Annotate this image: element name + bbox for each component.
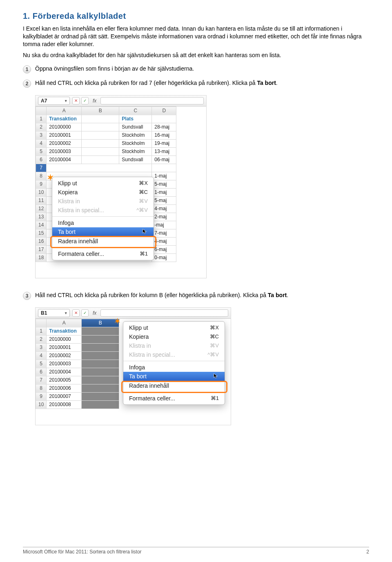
column-header-row: A B ✶: [36, 319, 119, 327]
menu-item-format-cells[interactable]: Formatera celler...⌘1: [52, 249, 154, 258]
step-text-1: Öppna övningsfilen som finns i början av…: [35, 65, 369, 73]
step-3-bold: Ta bort: [268, 292, 287, 298]
step-bullet-3: 3: [23, 292, 31, 300]
context-menu: Klipp ut⌘X Kopiera⌘C Klistra in⌘V Klistr…: [123, 321, 225, 405]
menu-item-cut[interactable]: Klipp ut⌘X: [123, 323, 225, 332]
step-2: 2 Håll ned CTRL och klicka på rubriken f…: [23, 79, 369, 88]
cancel-formula-button[interactable]: ✕: [72, 309, 80, 317]
col-header-A[interactable]: A: [47, 319, 82, 327]
menu-item-clear[interactable]: Radera innehåll: [123, 381, 225, 390]
menu-separator: [123, 361, 225, 361]
step-3-pre: Håll ned CTRL och klicka på rubriken för…: [35, 292, 268, 298]
menu-item-copy[interactable]: Kopiera⌘C: [52, 188, 154, 197]
confirm-formula-button[interactable]: ✓: [81, 309, 89, 317]
cell[interactable]: Transaktion: [47, 115, 82, 123]
menu-item-format-cells[interactable]: Formatera celler...⌘1: [123, 394, 225, 403]
formula-bar: B1 ▾ ✕ ✓ fx: [36, 308, 231, 319]
fx-label: fx: [91, 310, 98, 316]
column-header-row: A B C D: [36, 107, 176, 115]
table-row: 820100006: [36, 384, 119, 392]
step-3: 3 Håll ned CTRL och klicka på rubriken f…: [23, 291, 369, 300]
name-box-value: B1: [41, 310, 47, 316]
cell[interactable]: [152, 115, 176, 123]
table-row: 1Transaktion: [36, 327, 119, 335]
step-2-post: .: [276, 80, 278, 86]
formula-bar: A7 ▾ ✕ ✓ fx: [36, 96, 206, 107]
step-bullet-2: 2: [23, 80, 31, 88]
menu-item-paste[interactable]: Klistra in⌘V: [123, 341, 225, 350]
table-row: 320100001Stockholm16-maj: [36, 131, 176, 139]
table-row: 7: [36, 164, 176, 172]
menu-separator: [52, 247, 154, 248]
table-row: 220100000Sundsvall28-maj: [36, 123, 176, 131]
menu-item-paste-special[interactable]: Klistra in special...^⌘V: [123, 350, 225, 359]
table-row: 520100003: [36, 360, 119, 368]
confirm-formula-button[interactable]: ✓: [81, 97, 89, 104]
screenshot-column-delete: B1 ▾ ✕ ✓ fx A B ✶ 1Transaktion 220100000…: [35, 307, 231, 425]
table-row: 1020100008: [36, 400, 119, 409]
menu-item-delete[interactable]: Ta bort: [52, 227, 154, 237]
menu-separator: [52, 216, 154, 217]
table-row: 420100002: [36, 351, 119, 360]
col-header-B-selected[interactable]: B ✶: [82, 319, 119, 327]
menu-item-delete[interactable]: Ta bort: [123, 372, 225, 381]
menu-item-cut[interactable]: Klipp ut⌘X: [52, 179, 154, 188]
intro-paragraph-2: Nu ska du ordna kalkylbladet för den här…: [23, 51, 369, 59]
table-row: 620100004Sundsvall06-maj: [36, 155, 176, 164]
step-bullet-1: 1: [23, 65, 31, 73]
star-annotation-icon: ✶: [114, 317, 120, 326]
cancel-formula-button[interactable]: ✕: [72, 97, 80, 104]
page-footer: Microsoft Office för Mac 2011: Sortera o…: [23, 547, 369, 555]
name-box[interactable]: B1 ▾: [38, 309, 70, 317]
table-row: 1 Transaktion Plats: [36, 115, 176, 123]
col-header-C[interactable]: C: [119, 107, 152, 115]
footer-title: Microsoft Office för Mac 2011: Sortera o…: [23, 549, 142, 555]
formula-input[interactable]: [100, 97, 204, 104]
cell[interactable]: [82, 115, 119, 123]
row-header-selected[interactable]: 7: [36, 164, 47, 172]
menu-item-insert[interactable]: Infoga: [52, 218, 154, 227]
formula-input[interactable]: [100, 309, 228, 317]
page-title: 1. Förbereda kalkylbladet: [23, 11, 369, 21]
select-all-corner[interactable]: [36, 319, 47, 327]
step-2-bold: Ta bort: [257, 80, 276, 86]
intro-paragraph-1: I Excel kan en lista innehålla en eller …: [23, 25, 369, 48]
table-row: 520100003Stockholm13-maj: [36, 147, 176, 155]
step-3-post: .: [287, 292, 288, 298]
chevron-down-icon: ▾: [65, 99, 67, 103]
menu-item-clear[interactable]: Radera innehåll: [52, 237, 154, 246]
table-row: 420100002Stockholm19-maj: [36, 139, 176, 147]
table-row: 220100000: [36, 335, 119, 343]
menu-item-paste[interactable]: Klistra in⌘V: [52, 197, 154, 206]
step-text-3: Håll ned CTRL och klicka på rubriken för…: [35, 291, 369, 299]
name-box[interactable]: A7 ▾: [38, 97, 70, 105]
spreadsheet-grid-2[interactable]: A B ✶ 1Transaktion 220100000 320100001 4…: [36, 319, 119, 409]
chevron-down-icon: ▾: [65, 311, 67, 315]
table-row: 320100001: [36, 343, 119, 351]
cell[interactable]: Plats: [119, 115, 152, 123]
fx-label: fx: [91, 98, 98, 104]
page-number: 2: [366, 549, 369, 555]
step-2-pre: Håll ned CTRL och klicka på rubriken för…: [35, 80, 257, 86]
col-header-A[interactable]: A: [47, 107, 82, 115]
name-box-value: A7: [41, 98, 47, 104]
row-header[interactable]: 1: [36, 115, 47, 123]
table-row: 720100005: [36, 376, 119, 384]
menu-separator: [123, 392, 225, 392]
menu-item-copy[interactable]: Kopiera⌘C: [123, 332, 225, 341]
context-menu: Klipp ut⌘X Kopiera⌘C Klistra in⌘V Klistr…: [52, 177, 154, 260]
menu-item-insert[interactable]: Infoga: [123, 363, 225, 372]
table-row: 920100007: [36, 392, 119, 400]
select-all-corner[interactable]: [36, 107, 47, 115]
col-header-D[interactable]: D: [152, 107, 176, 115]
screenshot-row-delete: A7 ▾ ✕ ✓ fx A B C D 1 Transaktion Plats: [35, 95, 207, 278]
table-row: 620100004: [36, 368, 119, 376]
col-header-B[interactable]: B: [82, 107, 119, 115]
menu-item-paste-special[interactable]: Klistra in special...^⌘V: [52, 206, 154, 215]
cursor-icon: [142, 229, 148, 235]
step-1: 1 Öppna övningsfilen som finns i början …: [23, 65, 369, 73]
cursor-icon: [213, 373, 219, 380]
step-text-2: Håll ned CTRL och klicka på rubriken för…: [35, 79, 369, 87]
